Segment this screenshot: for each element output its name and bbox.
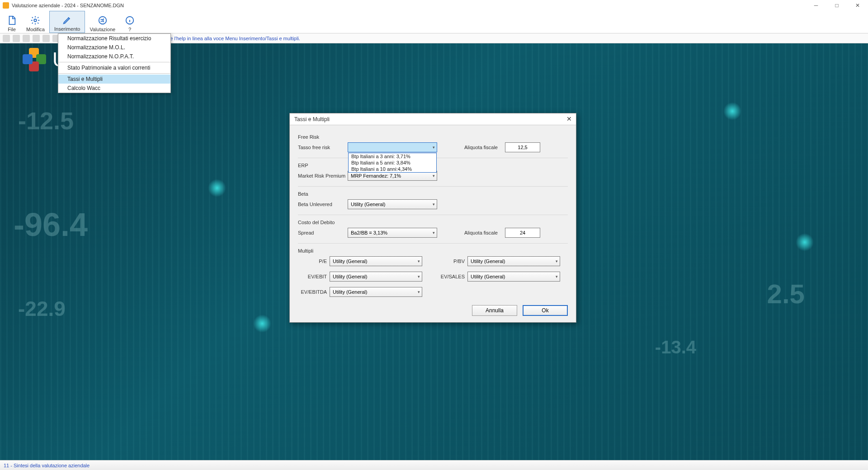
beta-unlevered-combo[interactable]: Utility (General) ▾	[348, 199, 437, 209]
euro-icon	[97, 15, 108, 26]
section-multipli-label: Multipli	[298, 248, 568, 254]
menu-item-tassi-multipli[interactable]: Tassi e Multipli	[58, 75, 170, 84]
menu-item-norm-mol[interactable]: Normalizzazione M.O.L.	[58, 43, 170, 52]
chevron-down-icon: ▾	[556, 259, 558, 263]
pbv-combo[interactable]: Utility (General) ▾	[467, 256, 560, 266]
combo-option[interactable]: Btp Italiani a 3 anni: 3,71%	[349, 153, 436, 160]
toolbar-inserimento[interactable]: Inserimento	[49, 11, 85, 33]
statusbar-text: 11 - Sintesi della valutazione aziendale	[4, 463, 90, 468]
titlebar: Valutazione aziendale - 2024 - SENZANOME…	[0, 0, 868, 11]
mini-icon[interactable]	[3, 35, 10, 42]
aliquota1-label: Aliquota fiscale	[464, 145, 505, 150]
menu-item-stato-patrimoniale[interactable]: Stato Patrimoniale a valori correnti	[58, 63, 170, 72]
evebit-value: Utility (General)	[333, 274, 367, 279]
chevron-down-icon: ▾	[433, 230, 435, 235]
pencil-icon	[62, 14, 73, 25]
spread-value: Ba2/BB = 3,13%	[351, 230, 387, 235]
statusbar: 11 - Sintesi della valutazione aziendale	[0, 460, 868, 470]
app-icon	[3, 2, 9, 9]
file-icon	[6, 15, 17, 26]
toolbar-help-label: ?	[128, 27, 131, 32]
toolbar-modifica[interactable]: Modifica	[22, 11, 49, 33]
aliquota2-input[interactable]	[505, 228, 540, 238]
toolbar-help[interactable]: ?	[120, 11, 140, 33]
brand-logo-icon	[23, 48, 46, 71]
mini-icon[interactable]	[33, 35, 40, 42]
window-title: Valutazione aziendale - 2024 - SENZANOME…	[12, 3, 124, 8]
spread-label: Spread	[298, 230, 348, 235]
pbv-value: Utility (General)	[471, 258, 505, 264]
evebitda-label: EV/EBITDA	[298, 289, 330, 295]
evsales-value: Utility (General)	[471, 274, 505, 279]
ok-button[interactable]: Ok	[523, 305, 568, 316]
toolbar-inserimento-label: Inserimento	[54, 26, 80, 32]
spread-combo[interactable]: Ba2/BB = 3,13% ▾	[348, 228, 437, 238]
pbv-label: P/BV	[436, 258, 467, 264]
section-beta-label: Beta	[298, 191, 568, 197]
chevron-down-icon: ▾	[433, 145, 435, 150]
evebitda-value: Utility (General)	[333, 289, 367, 295]
main-toolbar: File Modifica Inserimento Valutazione ?	[0, 11, 868, 33]
menu-item-norm-nopat[interactable]: Normalizzazione N.O.P.A.T.	[58, 52, 170, 61]
chevron-down-icon: ▾	[556, 274, 558, 279]
mrp-value: MRP Fernandez: 7,1%	[351, 173, 401, 179]
tasso-freerisk-combo[interactable]: ▾ Btp Italiani a 3 anni: 3,71% Btp Itali…	[348, 142, 437, 152]
evebit-combo[interactable]: Utility (General) ▾	[330, 272, 422, 282]
toolbar-valutazione-label: Valutazione	[90, 27, 115, 32]
toolbar-file[interactable]: File	[2, 11, 22, 33]
cancel-button-label: Annulla	[486, 307, 504, 314]
menu-item-calcolo-wacc[interactable]: Calcolo Wacc	[58, 84, 170, 93]
beta-unlevered-label: Beta Unlevered	[298, 202, 348, 207]
aliquota1-input[interactable]	[505, 142, 540, 152]
dialog-close-button[interactable]: ✕	[564, 114, 574, 123]
minimize-button[interactable]: ─	[806, 0, 826, 11]
chevron-down-icon: ▾	[418, 259, 420, 263]
chevron-down-icon: ▾	[433, 174, 435, 178]
chevron-down-icon: ▾	[418, 290, 420, 294]
menu-separator	[58, 62, 170, 62]
info-icon	[124, 15, 135, 26]
mini-icon[interactable]	[13, 35, 20, 42]
ok-button-label: Ok	[542, 307, 548, 314]
toolbar-modifica-label: Modifica	[26, 27, 45, 32]
section-costodebito-label: Costo del Debito	[298, 220, 568, 225]
pe-label: P/E	[298, 258, 330, 264]
pe-value: Utility (General)	[333, 258, 367, 264]
tassi-multipli-dialog: Tassi e Multipli ✕ Free Risk Tasso free …	[289, 113, 576, 323]
chevron-down-icon: ▾	[433, 202, 435, 207]
chevron-down-icon: ▾	[418, 274, 420, 279]
cancel-button[interactable]: Annulla	[472, 305, 517, 316]
dialog-titlebar: Tassi e Multipli ✕	[290, 113, 576, 125]
toolbar-file-label: File	[8, 27, 16, 32]
combo-option[interactable]: Btp Italiani a 10 anni:4,34%	[349, 166, 436, 172]
menu-item-norm-risultati[interactable]: Normalizzazione Risultati esercizio	[58, 34, 170, 43]
pe-combo[interactable]: Utility (General) ▾	[330, 256, 422, 266]
evsales-combo[interactable]: Utility (General) ▾	[467, 272, 560, 282]
mini-icon[interactable]	[23, 35, 30, 42]
combo-option[interactable]: Btp Italiani a 5 anni: 3,84%	[349, 160, 436, 166]
tasso-freerisk-label: Tasso free risk	[298, 145, 348, 150]
mini-icon[interactable]	[42, 35, 50, 42]
mrp-label: Market Risk Premium	[298, 173, 348, 179]
beta-unlevered-value: Utility (General)	[351, 202, 385, 207]
toolbar-valutazione[interactable]: Valutazione	[85, 11, 120, 33]
aliquota2-label: Aliquota fiscale	[464, 230, 505, 235]
evebitda-combo[interactable]: Utility (General) ▾	[330, 287, 422, 297]
section-freerisk-label: Free Risk	[298, 134, 568, 140]
svg-point-0	[34, 19, 37, 22]
evebit-label: EV/EBIT	[298, 274, 330, 279]
inserimento-menu: Normalizzazione Risultati esercizio Norm…	[58, 33, 171, 93]
gear-icon	[30, 15, 41, 26]
maximize-button[interactable]: □	[826, 0, 847, 11]
evsales-label: EV/SALES	[436, 274, 467, 279]
tasso-freerisk-options: Btp Italiani a 3 anni: 3,71% Btp Italian…	[348, 153, 437, 173]
menu-separator	[58, 73, 170, 74]
close-button[interactable]: ✕	[847, 0, 868, 11]
dialog-title-text: Tassi e Multipli	[294, 116, 330, 122]
